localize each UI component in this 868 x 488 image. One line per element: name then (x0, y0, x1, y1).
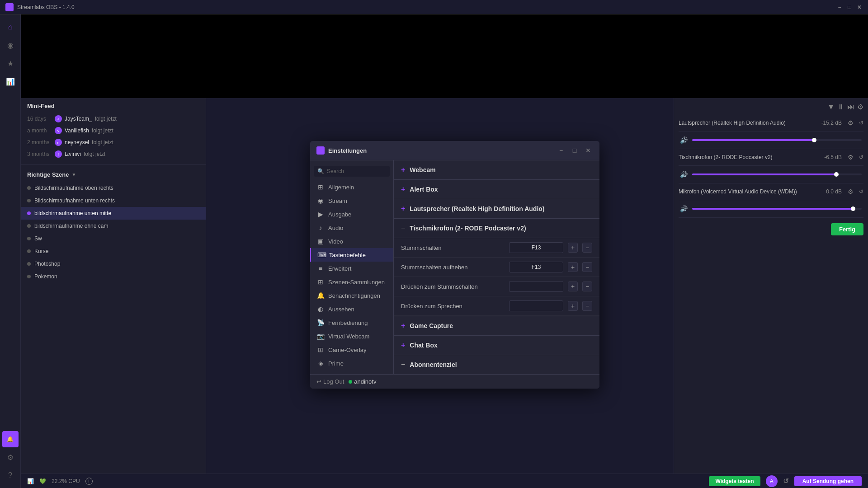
nav-item-ausgabe[interactable]: ▶ Ausgabe (310, 207, 393, 221)
chart-icon[interactable]: 📊 (2, 73, 19, 89)
sprechen-input[interactable] (509, 300, 563, 311)
nav-icon: ♪ (316, 224, 325, 231)
modal-logout-button[interactable]: ↩ Log Out (316, 378, 344, 385)
search-icon: 🔍 (317, 168, 324, 174)
home-icon[interactable]: ⌂ (2, 19, 19, 35)
keybind-druecken-stumm: Drücken zum Stummschalten + − (394, 277, 599, 296)
abonnentenziel-expand-icon: − (401, 361, 405, 369)
nav-item-erweitert[interactable]: ≡ Erweitert (310, 262, 393, 275)
section-tischmikrofon: − Tischmikrofon (2- RODE Podcaster v2) S… (394, 219, 599, 316)
nav-item-stream[interactable]: ◉ Stream (310, 194, 393, 207)
modal-controls: − □ ✕ (556, 145, 593, 155)
section-chat-box[interactable]: + Chat Box (394, 336, 599, 355)
section-alert-box[interactable]: + Alert Box (394, 180, 599, 199)
nav-item-benachrichtigungen[interactable]: 🔔 Benachrichtigungen (310, 289, 393, 302)
nav-item-prime[interactable]: ◈ Prime (310, 357, 393, 370)
modal-user-indicator (349, 380, 352, 384)
nav-label: Allgemein (328, 184, 354, 191)
scene-dot (27, 211, 31, 215)
druecken-stumm-input[interactable] (509, 281, 563, 292)
nav-icon: ⊞ (316, 183, 325, 191)
info-icon[interactable]: i (85, 478, 93, 485)
nav-label: Ausgabe (328, 211, 351, 218)
status-bar: 📊 💚 22.2% CPU i Widgets testen A ↺ Auf S… (21, 474, 868, 488)
game-capture-title: Game Capture (410, 322, 592, 329)
chart-status-icon: 📊 (27, 478, 34, 484)
druecken-stumm-label: Drücken zum Stummschalten (401, 283, 505, 290)
nav-item-szenen-sammlungen[interactable]: ⊞ Szenen-Sammlungen (310, 275, 393, 289)
nav-item-game-overlay[interactable]: ⊞ Game-Overlay (310, 343, 393, 357)
chat-box-expand-icon: + (401, 341, 405, 349)
tischmikrofon-title: Tischmikrofon (2- RODE Podcaster v2) (410, 225, 526, 232)
nav-icon: ⌨ (317, 251, 326, 258)
section-lautsprecher[interactable]: + Lautsprecher (Realtek High Definition … (394, 199, 599, 219)
nav-item-allgemein[interactable]: ⊞ Allgemein (310, 180, 393, 194)
nav-label: Video (328, 238, 343, 245)
scene-dot (27, 237, 31, 240)
nav-item-video[interactable]: ▣ Video (310, 235, 393, 248)
modal-logout-icon: ↩ (316, 378, 321, 385)
nav-icon: 📡 (316, 319, 325, 326)
minimize-button[interactable]: − (836, 4, 843, 10)
modal-overlay: Einstellungen − □ ✕ 🔍 (42, 98, 868, 474)
nav-label: Erweitert (328, 265, 351, 272)
keybind-stummschalten: Stummschalten + − (394, 238, 599, 258)
webcam-title: Webcam (410, 166, 592, 174)
aufheben-remove[interactable]: − (582, 262, 592, 272)
settings-icon[interactable]: ⚙ (2, 449, 19, 465)
settings-nav: 🔍 ⊞ Allgemein ◉ Stream ▶ Ausgabe ♪ Audio… (310, 160, 394, 374)
stummschalten-add[interactable]: + (568, 243, 578, 253)
search-box[interactable]: 🔍 (314, 166, 390, 177)
game-capture-expand-icon: + (401, 322, 405, 330)
nav-icon: ▣ (316, 238, 325, 245)
search-input[interactable] (327, 168, 386, 174)
aufheben-input[interactable] (509, 262, 563, 272)
nav-item-tastenbefehle[interactable]: ⌨ Tastenbefehle (310, 248, 393, 262)
alert-title: Alert Box (410, 186, 592, 193)
notification-icon[interactable]: 🔔 (2, 431, 19, 447)
stummschalten-input[interactable] (509, 242, 563, 253)
modal-header: Einstellungen − □ ✕ (310, 141, 599, 160)
nav-item-audio[interactable]: ♪ Audio (310, 221, 393, 235)
help-icon[interactable]: ? (2, 467, 19, 483)
widgets-test-button[interactable]: Widgets testen (709, 476, 760, 486)
nav-label: Szenen-Sammlungen (328, 279, 385, 286)
section-abonnentenziel[interactable]: − Abonnentenziel (394, 355, 599, 374)
modal-close[interactable]: ✕ (583, 145, 593, 155)
section-webcam[interactable]: + Webcam (394, 160, 599, 180)
chat-box-title: Chat Box (410, 342, 592, 349)
refresh-button[interactable]: ↺ (783, 477, 789, 485)
scene-dot (27, 224, 31, 228)
sprechen-add[interactable]: + (568, 301, 578, 311)
auf-sendung-button[interactable]: Auf Sendung gehen (794, 476, 862, 486)
aufheben-add[interactable]: + (568, 262, 578, 272)
settings-modal: Einstellungen − □ ✕ 🔍 (310, 141, 599, 389)
sprechen-label: Drücken zum Sprechen (401, 303, 505, 310)
nav-label: Tastenbefehle (329, 252, 366, 258)
nav-icon: ⊞ (316, 278, 325, 286)
sprechen-remove[interactable]: − (582, 301, 592, 311)
close-button[interactable]: ✕ (856, 4, 863, 10)
druecken-stumm-remove[interactable]: − (582, 282, 592, 291)
nav-label: Virtual Webcam (328, 333, 369, 340)
modal-minimize[interactable]: − (556, 145, 566, 155)
nav-label: Game-Overlay (328, 347, 367, 353)
modal-maximize[interactable]: □ (570, 145, 580, 155)
nav-item-fernbedienung[interactable]: 📡 Fernbedienung (310, 316, 393, 329)
stummschalten-remove[interactable]: − (582, 243, 592, 253)
cpu-label: 22.2% CPU (52, 478, 80, 484)
nav-item-aussehen[interactable]: ◐ Aussehen (310, 302, 393, 316)
star-icon[interactable]: ★ (2, 55, 19, 71)
section-game-capture[interactable]: + Game Capture (394, 316, 599, 336)
maximize-button[interactable]: □ (846, 4, 853, 10)
nav-icon: ◈ (316, 360, 325, 367)
user-avatar: A (766, 475, 778, 487)
nav-icon: ▶ (316, 211, 325, 218)
tischmikrofon-header[interactable]: − Tischmikrofon (2- RODE Podcaster v2) (394, 219, 599, 238)
scene-dot (27, 262, 31, 266)
broadcast-icon[interactable]: ◉ (2, 37, 19, 53)
nav-item-virtual-webcam[interactable]: 📷 Virtual Webcam (310, 329, 393, 343)
druecken-stumm-add[interactable]: + (568, 282, 578, 291)
lautsprecher-expand-icon: + (401, 205, 405, 213)
cpu-icon: 💚 (39, 478, 46, 484)
